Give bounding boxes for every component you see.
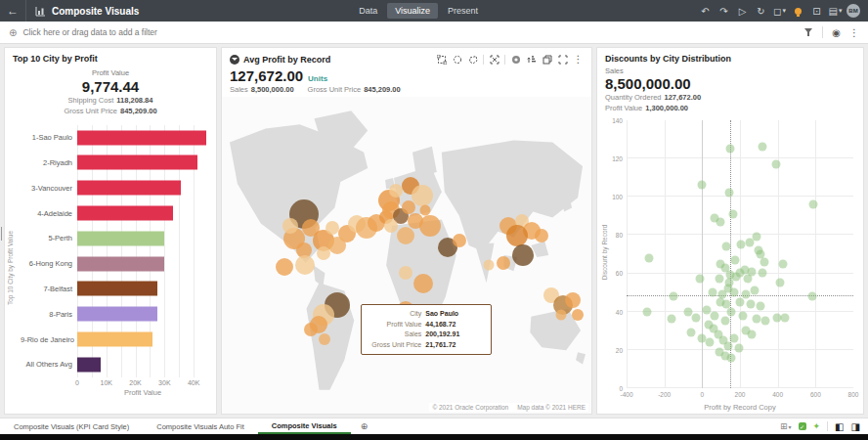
scatter-point[interactable] bbox=[743, 275, 752, 284]
auto-insights-icon[interactable]: ✦ bbox=[813, 421, 821, 431]
present-window-icon[interactable]: ⊡ bbox=[809, 3, 824, 19]
map-bubble[interactable] bbox=[304, 323, 318, 336]
canvas-tab-auto-fit[interactable]: Composite Visuals Auto Fit bbox=[143, 418, 258, 434]
scatter-point[interactable] bbox=[735, 343, 744, 352]
scatter-point[interactable] bbox=[725, 189, 734, 198]
tab-present[interactable]: Present bbox=[440, 3, 486, 19]
map-bubble[interactable] bbox=[295, 255, 315, 275]
map-bubble[interactable] bbox=[483, 260, 494, 271]
map-bubble[interactable] bbox=[384, 219, 398, 233]
bar[interactable] bbox=[77, 282, 157, 296]
scatter-point[interactable] bbox=[705, 321, 714, 330]
tab-data[interactable]: Data bbox=[351, 3, 385, 19]
map-bubble[interactable] bbox=[512, 244, 534, 266]
scatter-point[interactable] bbox=[706, 338, 715, 347]
scatter-point[interactable] bbox=[670, 291, 678, 300]
scatter-point[interactable] bbox=[741, 290, 750, 299]
filter-bar-menu-icon[interactable]: ⋮ bbox=[849, 27, 859, 38]
toggle-left-pane-icon[interactable]: ◧ bbox=[835, 421, 844, 432]
scatter-point[interactable] bbox=[809, 199, 818, 208]
scatter-point[interactable] bbox=[643, 307, 652, 316]
preview-icon[interactable]: ▷ bbox=[735, 3, 750, 19]
map-bubble[interactable] bbox=[453, 234, 466, 247]
map-bubble[interactable] bbox=[506, 225, 528, 246]
map-bubble[interactable] bbox=[399, 266, 412, 280]
scatter-point[interactable] bbox=[724, 341, 733, 350]
scatter-point[interactable] bbox=[746, 299, 755, 308]
scatter-point[interactable] bbox=[759, 269, 767, 278]
scatter-point[interactable] bbox=[715, 275, 723, 284]
filter-indicator-icon[interactable] bbox=[230, 55, 239, 65]
filter-funnel-icon[interactable] bbox=[803, 27, 813, 37]
bar[interactable] bbox=[77, 181, 181, 196]
map-bubble[interactable] bbox=[556, 309, 567, 320]
scatter-point[interactable] bbox=[747, 330, 756, 339]
scatter-point[interactable] bbox=[727, 307, 736, 316]
scatter-point[interactable] bbox=[645, 253, 654, 262]
scatter-point[interactable] bbox=[736, 241, 745, 249]
map-bubble[interactable] bbox=[412, 185, 433, 206]
sort-icon[interactable] bbox=[526, 54, 537, 65]
map-bubble[interactable] bbox=[328, 237, 346, 254]
scatter-point[interactable] bbox=[759, 143, 767, 152]
scatter-point[interactable] bbox=[668, 315, 676, 324]
bar[interactable] bbox=[77, 206, 173, 221]
insights-lightbulb-icon[interactable] bbox=[791, 3, 805, 19]
scatter-point[interactable] bbox=[779, 259, 788, 268]
bar[interactable] bbox=[77, 307, 157, 322]
add-filter-icon[interactable]: ⊕ bbox=[9, 27, 17, 38]
map-bubble[interactable] bbox=[535, 229, 548, 242]
scatter-point[interactable] bbox=[781, 313, 790, 322]
scatter-point[interactable] bbox=[730, 288, 739, 297]
scatter-point[interactable] bbox=[691, 313, 700, 322]
user-avatar[interactable]: BM bbox=[846, 4, 860, 18]
visualization-menu-icon[interactable]: ⋮ bbox=[573, 54, 584, 65]
scatter-plot[interactable]: 020406080100120140 -400-2000200400600800 bbox=[627, 120, 853, 388]
scatter-point[interactable] bbox=[753, 315, 761, 324]
scatter-point[interactable] bbox=[772, 313, 781, 322]
data-quality-icon[interactable]: ✓ bbox=[799, 422, 806, 430]
scatter-point[interactable] bbox=[708, 288, 716, 297]
maximize-icon[interactable] bbox=[557, 54, 568, 65]
scatter-point[interactable] bbox=[760, 257, 769, 266]
canvas-grid-layout-icon[interactable]: ⊞▾ bbox=[780, 421, 792, 431]
bar[interactable] bbox=[77, 256, 164, 271]
scatter-point[interactable] bbox=[727, 353, 736, 362]
scatter-point[interactable] bbox=[696, 275, 705, 284]
scatter-point[interactable] bbox=[736, 297, 745, 306]
bar[interactable] bbox=[77, 155, 197, 170]
undo-icon[interactable]: ↶ bbox=[698, 3, 713, 19]
scatter-point[interactable] bbox=[761, 317, 770, 326]
scatter-point[interactable] bbox=[775, 279, 784, 287]
layers-icon[interactable] bbox=[542, 54, 552, 65]
scatter-point[interactable] bbox=[720, 317, 729, 326]
map-bubble[interactable] bbox=[389, 184, 403, 198]
map-bubble[interactable] bbox=[317, 246, 330, 260]
world-map[interactable]: CitySao Paulo Profit Value44,168.72 Sale… bbox=[222, 97, 591, 414]
scatter-point[interactable] bbox=[808, 291, 817, 300]
save-icon[interactable]: ▤▾ bbox=[828, 3, 843, 19]
map-bubble[interactable] bbox=[572, 309, 584, 321]
map-bubble[interactable] bbox=[282, 218, 298, 234]
scatter-point[interactable] bbox=[745, 239, 754, 247]
map-bubble[interactable] bbox=[319, 333, 330, 345]
scatter-point[interactable] bbox=[726, 145, 735, 154]
back-button[interactable]: ← bbox=[0, 0, 26, 22]
map-bubble[interactable] bbox=[397, 227, 414, 244]
map-bubble[interactable] bbox=[276, 258, 293, 276]
scatter-point[interactable] bbox=[771, 159, 780, 168]
scatter-point[interactable] bbox=[710, 311, 718, 320]
canvas-tab-composite-visuals[interactable]: Composite Visuals bbox=[258, 418, 351, 434]
bar[interactable] bbox=[77, 357, 101, 372]
scatter-point[interactable] bbox=[716, 217, 724, 226]
scatter-point[interactable] bbox=[751, 286, 760, 295]
toggle-right-pane-icon[interactable]: ◨ bbox=[851, 421, 860, 432]
scatter-point[interactable] bbox=[738, 311, 747, 320]
scatter-point[interactable] bbox=[731, 255, 740, 264]
canvas-settings-icon[interactable]: ◉ bbox=[832, 27, 841, 38]
scatter-point[interactable] bbox=[698, 181, 707, 190]
scatter-point[interactable] bbox=[730, 334, 739, 343]
bar[interactable] bbox=[77, 231, 164, 245]
filter-bar[interactable]: ⊕ Click here or drag data to add a filte… bbox=[0, 22, 868, 44]
redo-icon[interactable]: ↷ bbox=[716, 3, 731, 19]
